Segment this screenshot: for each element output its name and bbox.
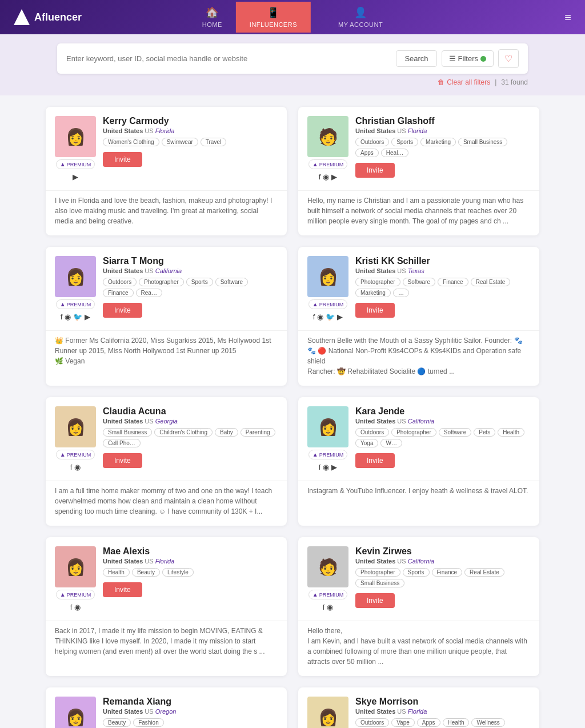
card-bio: Back in 2017, I made it my life mission … bbox=[46, 621, 287, 666]
avatar-area: 👩 ▲ PREMIUM f◉🐦▶ bbox=[55, 256, 96, 321]
nav-my-account[interactable]: 👤 MY ACCOUNT bbox=[324, 2, 396, 33]
tag: Apps bbox=[417, 718, 440, 727]
premium-badge: ▲ PREMIUM bbox=[308, 159, 347, 169]
state: California bbox=[408, 558, 434, 565]
filter-lines-icon: ☰ bbox=[449, 54, 456, 63]
premium-icon: ▲ bbox=[60, 301, 66, 307]
tag: Beauty bbox=[103, 718, 131, 727]
influencer-name: Christian Glashoff bbox=[355, 116, 530, 126]
search-button[interactable]: Search bbox=[396, 50, 436, 67]
nav-home[interactable]: 🏠 HOME bbox=[189, 2, 236, 33]
favorites-button[interactable]: ♡ bbox=[498, 49, 519, 68]
invite-button[interactable]: Invite bbox=[103, 453, 142, 468]
clear-filters-button[interactable]: 🗑 Clear all filters bbox=[438, 78, 490, 86]
influencer-name: Kara Jende bbox=[355, 406, 530, 417]
filter-active-indicator bbox=[480, 56, 486, 62]
invite-button[interactable]: Invite bbox=[355, 303, 395, 318]
avatar-image: 👩 bbox=[66, 127, 86, 146]
fb-icon: f bbox=[61, 313, 63, 321]
premium-icon: ▲ bbox=[312, 451, 318, 458]
influencer-card: 👩 ▲ PREMIUM f◉🐦▶ Kristi KK Schiller Unit… bbox=[298, 247, 539, 386]
premium-label: PREMIUM bbox=[319, 162, 344, 167]
influencer-location: United States US California bbox=[355, 418, 530, 425]
avatar-area: 👩 ▲ PREMIUM f◉ bbox=[55, 546, 96, 611]
social-icons: f◉ bbox=[323, 603, 334, 611]
premium-badge: ▲ PREMIUM bbox=[56, 450, 95, 459]
tag: Photographer bbox=[139, 278, 184, 286]
card-bio: 👑 Former Ms California 2020, Miss Sugark… bbox=[46, 330, 287, 375]
invite-button[interactable]: Invite bbox=[103, 303, 142, 318]
tag: Finance bbox=[103, 289, 134, 297]
tags-container: PhotographerSoftwareFinanceReal EstateMa… bbox=[355, 278, 530, 297]
tag: Photographer bbox=[391, 428, 436, 437]
invite-button[interactable]: Invite bbox=[103, 582, 142, 597]
country: United States bbox=[103, 558, 143, 565]
nav-influencers[interactable]: 📱 INFLUENCERS bbox=[236, 2, 311, 33]
yt-icon: ▶ bbox=[85, 313, 90, 321]
social-icons: f◉▶ bbox=[319, 463, 338, 471]
invite-button[interactable]: Invite bbox=[355, 163, 395, 178]
ig-icon: ◉ bbox=[74, 463, 81, 471]
search-input[interactable] bbox=[66, 54, 391, 63]
header-right: ≡ bbox=[564, 11, 571, 24]
premium-icon: ▲ bbox=[60, 591, 66, 598]
avatar-area: 🧑 ▲ PREMIUM f◉▶ bbox=[307, 116, 348, 181]
influencer-card: 👩 ▲ PREMIUM f◉▶ Remanda Xiang United Sta… bbox=[46, 687, 287, 728]
premium-icon: ▲ bbox=[312, 591, 318, 598]
avatar-image: 👩 bbox=[66, 558, 86, 577]
tag: W… bbox=[380, 439, 402, 447]
premium-icon: ▲ bbox=[60, 451, 66, 458]
country: United States bbox=[355, 267, 395, 274]
tags-container: Women's ClothingSwimwearTravel bbox=[103, 138, 278, 146]
premium-icon: ▲ bbox=[312, 301, 318, 307]
state: Florida bbox=[408, 127, 427, 134]
influencer-location: United States US Florida bbox=[103, 127, 278, 134]
tag: Outdoors bbox=[355, 428, 389, 437]
tag: Health bbox=[498, 428, 524, 437]
invite-button[interactable]: Invite bbox=[355, 453, 395, 468]
influencer-name: Skye Morrison bbox=[355, 697, 530, 707]
avatar-area: 🧑 ▲ PREMIUM f◉ bbox=[307, 546, 348, 611]
avatar: 👩 bbox=[55, 546, 96, 587]
premium-badge: ▲ PREMIUM bbox=[308, 450, 347, 459]
influencer-name: Siarra T Mong bbox=[103, 256, 278, 266]
avatar-image: 👩 bbox=[66, 418, 86, 437]
tag: Real Estate bbox=[464, 568, 504, 577]
social-icons: f◉🐦▶ bbox=[313, 313, 343, 321]
state: Oregon bbox=[155, 708, 177, 715]
card-top: 👩 ▲ PREMIUM ▶ Kerry Carmody United State… bbox=[46, 107, 287, 190]
card-info: Remanda Xiang United States US Oregon Be… bbox=[103, 697, 278, 728]
avatar-area: 👩 ▲ PREMIUM f◉🐦▶ bbox=[307, 256, 348, 321]
premium-badge: ▲ PREMIUM bbox=[56, 159, 95, 169]
invite-button[interactable]: Invite bbox=[355, 593, 395, 608]
avatar-image: 👩 bbox=[318, 418, 338, 437]
influencer-location: United States US Oregon bbox=[103, 708, 278, 715]
influencer-location: United States US Georgia bbox=[103, 418, 278, 425]
logo: Afluencer bbox=[14, 9, 82, 25]
tag: Women's Clothing bbox=[103, 138, 159, 146]
premium-label: PREMIUM bbox=[67, 162, 91, 167]
tag: Outdoors bbox=[355, 718, 389, 727]
tag: Health bbox=[443, 718, 470, 727]
influencer-name: Claudia Acuna bbox=[103, 406, 278, 417]
hamburger-icon[interactable]: ≡ bbox=[564, 11, 571, 24]
avatar: 🧑 bbox=[307, 116, 348, 157]
avatar: 👩 bbox=[307, 697, 348, 728]
filters-button[interactable]: ☰ Filters bbox=[442, 50, 494, 67]
card-info: Kristi KK Schiller United States US Texa… bbox=[355, 256, 530, 318]
nav-influencers-label: INFLUENCERS bbox=[250, 21, 297, 28]
card-bio: I am a full time home maker mommy of two… bbox=[46, 481, 287, 526]
card-info: Claudia Acuna United States US Georgia S… bbox=[103, 406, 278, 468]
yt-icon: ▶ bbox=[331, 173, 337, 181]
ig-icon: ◉ bbox=[74, 603, 81, 611]
card-top: 👩 ▲ PREMIUM f◉ Claudia Acuna United Stat… bbox=[46, 397, 287, 481]
tags-container: BeautyFashion bbox=[103, 718, 278, 727]
tag: Outdoors bbox=[103, 278, 137, 286]
avatar-image: 👩 bbox=[66, 267, 86, 286]
invite-button[interactable]: Invite bbox=[103, 152, 142, 167]
ig-icon: ◉ bbox=[323, 173, 329, 181]
social-icons: ▶ bbox=[73, 173, 78, 181]
country: United States bbox=[355, 558, 395, 565]
state: California bbox=[408, 418, 434, 425]
influencer-location: United States US Florida bbox=[103, 558, 278, 565]
